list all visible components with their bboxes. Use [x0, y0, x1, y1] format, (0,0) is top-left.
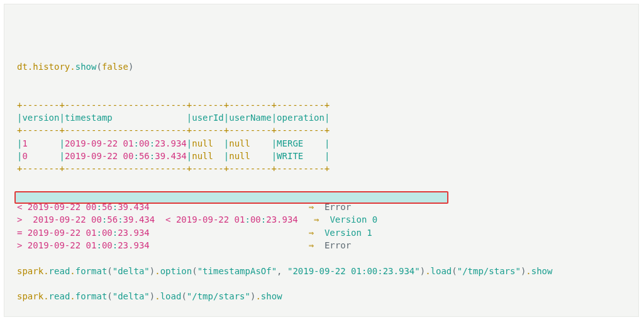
cmp-gt: > [17, 214, 28, 225]
col-username: userName [229, 113, 271, 123]
cmp-gt: > [17, 240, 28, 250]
table-rule: +-------+-----------------------+------+… [17, 99, 330, 111]
cell-username: null [229, 151, 271, 161]
cell-version: 0 [22, 151, 59, 161]
cell-userid: null [192, 151, 224, 161]
cmp-eq: = [17, 228, 28, 238]
col-timestamp: timestamp [65, 113, 187, 123]
ident-dt: dt [17, 62, 28, 72]
cell-version: 1 [22, 138, 59, 148]
ident-spark: spark [17, 291, 43, 301]
result-error: Error [325, 202, 351, 212]
col-version: version [22, 113, 59, 123]
str-path: "/tmp/stars" [457, 266, 521, 276]
result-error: Error [325, 240, 351, 250]
result-version1: Version 1 [325, 228, 372, 238]
cell-userid: null [192, 138, 224, 148]
fn-show: show [75, 62, 97, 72]
result-version0: Version 0 [330, 214, 377, 225]
arrow-icon: ⇒ [309, 202, 314, 212]
ident-spark: spark [17, 266, 43, 276]
table-rule: +-------+-----------------------+------+… [17, 162, 330, 175]
table-rule: +-------+-----------------------+------+… [17, 124, 330, 136]
cmp-lt: < [17, 202, 28, 212]
arrow-icon: ⇒ [314, 214, 319, 225]
ident-history: history [33, 62, 70, 72]
str-delta: "delta" [113, 291, 150, 301]
col-operation: operation [277, 113, 325, 123]
cell-operation: MERGE [277, 138, 325, 148]
cell-username: null [229, 138, 271, 148]
str-timestamp-value: "2019-09-22 01:00:23.934" [287, 266, 420, 276]
code-content: dt.history.show(false) +-------+--------… [17, 60, 626, 303]
col-userid: userId [192, 113, 224, 123]
literal-false: false [102, 62, 128, 72]
str-delta: "delta" [113, 266, 150, 276]
str-path: "/tmp/stars" [187, 291, 250, 301]
str-timestampasof: "timestampAsOf" [197, 266, 277, 276]
arrow-icon: ⇒ [309, 240, 314, 250]
cell-operation: WRITE [277, 151, 325, 161]
arrow-icon: ⇒ [309, 228, 314, 238]
code-block: dt.history.show(false) +-------+--------… [4, 4, 639, 317]
